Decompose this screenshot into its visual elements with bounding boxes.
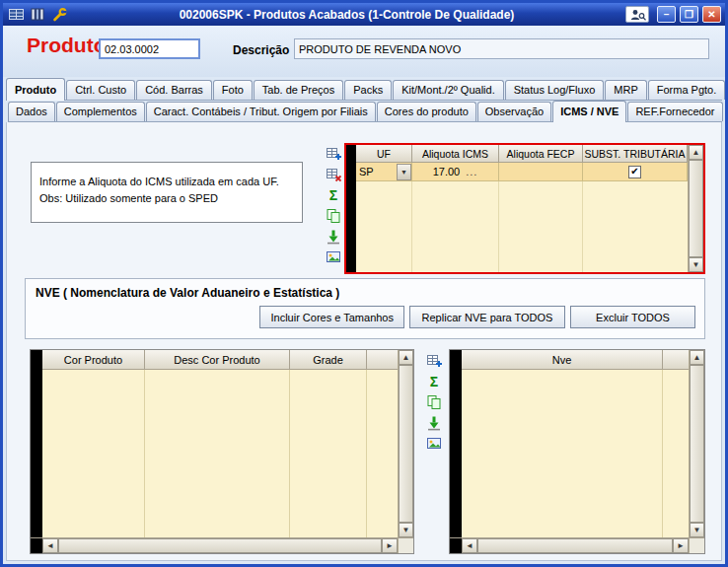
tab-tab-de-precos[interactable]: Tab. de Preços — [254, 80, 343, 100]
sub-tab-bar: Dados Complementos Caract. Contábeis / T… — [8, 101, 722, 122]
wrench-icon[interactable] — [50, 7, 68, 23]
scroll-up-button[interactable]: ▲ — [690, 350, 704, 365]
aliquota-icms-cell[interactable]: 17.00 ... — [412, 163, 499, 181]
tab-dados[interactable]: Dados — [8, 102, 55, 121]
ellipsis-button[interactable]: ... — [466, 166, 477, 177]
record-selector-column — [346, 145, 356, 272]
arrow-up-icon: ▲ — [402, 353, 410, 362]
tab-icms-nve[interactable]: ICMS / NVE — [552, 101, 626, 122]
scroll-right-button[interactable]: ► — [382, 538, 398, 553]
column-header-grade: Grade — [290, 350, 367, 370]
scroll-left-button[interactable]: ◄ — [462, 538, 477, 553]
tab-complementos[interactable]: Complementos — [56, 102, 145, 121]
column-header-subst-tributaria: SUBST. TRIBUTÁRIA — [583, 145, 688, 163]
close-button[interactable]: ✕ — [702, 6, 721, 23]
icms-vertical-scrollbar[interactable]: ▲ ▼ — [688, 145, 703, 272]
scroll-thumb[interactable] — [689, 160, 703, 257]
insert-row-icon[interactable] — [325, 146, 342, 162]
icms-grid: UF Aliquota ICMS Aliquota FECP SUBST. TR… — [344, 143, 705, 274]
description-input[interactable] — [294, 38, 709, 59]
scroll-track[interactable] — [690, 365, 704, 523]
image-icon[interactable] — [425, 436, 443, 452]
uf-dropdown-button[interactable]: ▼ — [397, 164, 411, 180]
tab-cores-do-produto[interactable]: Cores do produto — [377, 102, 476, 121]
user-search-icon[interactable] — [625, 6, 649, 23]
scroll-track[interactable] — [689, 160, 703, 257]
copy-icon[interactable] — [325, 208, 342, 224]
insert-row-icon[interactable] — [425, 353, 443, 369]
scroll-track[interactable] — [477, 538, 673, 553]
sum-icon[interactable]: Σ — [425, 374, 443, 390]
icms-grid-row[interactable]: SP ▼ 17.00 ... ✔ — [356, 163, 688, 181]
description-label: Descrição — [233, 43, 289, 57]
column-header-nve: Nve — [462, 350, 663, 370]
header-band: Produto Descrição — [3, 26, 725, 77]
aliquota-icms-value: 17.00 — [433, 166, 461, 177]
tab-produto[interactable]: Produto — [6, 78, 65, 101]
uf-value: SP — [359, 166, 374, 177]
scroll-down-button[interactable]: ▼ — [689, 257, 703, 272]
tab-foto[interactable]: Foto — [213, 80, 253, 100]
icms-grid-columns: UF Aliquota ICMS Aliquota FECP SUBST. TR… — [356, 145, 688, 272]
tab-ctrl-custo[interactable]: Ctrl. Custo — [66, 80, 135, 100]
maximize-button[interactable]: ❐ — [680, 6, 698, 23]
icms-info-line2: Obs: Utilizado somente para o SPED — [39, 190, 294, 207]
column-header-cor-produto: Cor Produto — [42, 350, 145, 370]
sum-icon[interactable]: Σ — [325, 187, 342, 203]
scroll-thumb[interactable] — [477, 538, 673, 553]
scroll-down-button[interactable]: ▼ — [690, 523, 704, 537]
scroll-thumb[interactable] — [399, 365, 413, 523]
nve-buttons: Incluir Cores e Tamanhos Replicar NVE pa… — [259, 306, 695, 328]
scroll-up-button[interactable]: ▲ — [399, 350, 413, 365]
nve-section: NVE ( Nomenclatura de Valor Aduaneiro e … — [25, 278, 705, 339]
subst-tributaria-checkbox[interactable]: ✔ — [628, 166, 641, 178]
delete-row-icon[interactable] — [325, 167, 342, 182]
scroll-left-button[interactable]: ◄ — [42, 538, 58, 553]
copy-icon[interactable] — [425, 394, 443, 410]
nve-horizontal-scrollbar[interactable]: ◄ ► — [450, 537, 704, 553]
cores-vertical-scrollbar[interactable]: ▲ ▼ — [398, 350, 413, 537]
export-icon[interactable] — [325, 229, 342, 245]
cores-horizontal-scrollbar[interactable]: ◄ ► — [31, 537, 413, 553]
scroll-track[interactable] — [58, 538, 382, 553]
image-icon[interactable] — [325, 249, 342, 265]
nve-vertical-scrollbar[interactable]: ▲ ▼ — [689, 350, 704, 537]
subst-tributaria-cell[interactable]: ✔ — [583, 163, 688, 181]
column-header-aliquota-icms: Aliquota ICMS — [412, 145, 499, 163]
title-bar: 002006SPK - Produtos Acabados (1-Control… — [3, 3, 725, 26]
scroll-track[interactable] — [399, 365, 413, 523]
product-code-input[interactable] — [99, 38, 200, 59]
export-icon[interactable] — [425, 415, 443, 431]
minimize-button[interactable]: – — [657, 6, 676, 23]
scroll-thumb[interactable] — [58, 538, 382, 553]
cores-table-header: Cor Produto Desc Cor Produto Grade — [42, 350, 398, 370]
tab-status-log-fluxo[interactable]: Status Log/Fluxo — [505, 80, 605, 100]
excluir-todos-button[interactable]: Excluir TODOS — [570, 306, 695, 328]
tab-mrp[interactable]: MRP — [605, 80, 646, 100]
tab-forma-pgto[interactable]: Forma Pgto. — [648, 80, 726, 100]
arrow-left-icon: ◄ — [46, 541, 54, 550]
product-heading: Produto — [27, 34, 106, 57]
main-tab-bar: Produto Ctrl. Custo Cód. Barras Foto Tab… — [6, 77, 722, 101]
aliquota-fecp-cell[interactable] — [499, 163, 583, 181]
app-columns-icon — [29, 7, 46, 23]
scroll-up-button[interactable]: ▲ — [689, 145, 703, 160]
tab-observacao[interactable]: Observação — [477, 102, 551, 121]
tab-ref-fornecedor[interactable]: REF.Fornecedor — [627, 102, 722, 121]
cores-table-main: Cor Produto Desc Cor Produto Grade ▲ — [31, 350, 413, 537]
incluir-cores-tamanhos-button[interactable]: Incluir Cores e Tamanhos — [259, 306, 404, 328]
tab-caract-contabeis[interactable]: Caract. Contábeis / Tribut. Origem por F… — [146, 102, 376, 121]
sigma-glyph: Σ — [329, 188, 337, 202]
scroll-thumb[interactable] — [690, 365, 704, 523]
replicar-nve-todos-button[interactable]: Replicar NVE para TODOS — [409, 306, 565, 328]
scroll-right-button[interactable]: ► — [673, 538, 689, 553]
scroll-down-button[interactable]: ▼ — [399, 523, 413, 537]
tab-cod-barras[interactable]: Cód. Barras — [136, 80, 212, 100]
nve-grid-toolbar: Σ — [425, 353, 443, 452]
arrow-up-icon: ▲ — [693, 353, 701, 362]
app-grid-icon — [7, 7, 25, 23]
tab-packs[interactable]: Packs — [344, 80, 392, 100]
scrollbar-corner — [398, 538, 413, 553]
tab-kit-mont-2-qualid[interactable]: Kit/Mont./2º Qualid. — [393, 80, 504, 100]
uf-cell[interactable]: SP ▼ — [356, 163, 412, 181]
